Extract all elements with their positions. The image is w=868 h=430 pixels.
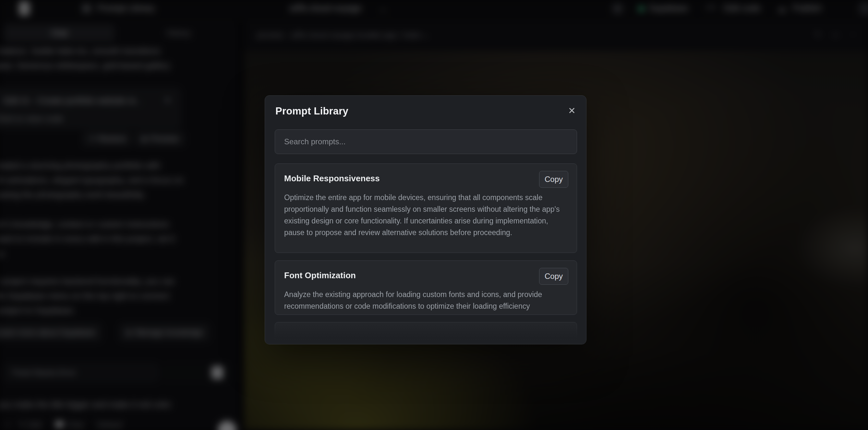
prompt-description: Analyze the existing approach for loadin… [284, 288, 570, 312]
prompt-title: Mobile Responsiveness [284, 174, 380, 184]
prompt-card-font-optimization[interactable]: Font Optimization Copy Analyze the exist… [275, 260, 577, 315]
prompt-card-partial[interactable] [275, 322, 577, 344]
prompt-card-mobile-responsiveness[interactable]: Mobile Responsiveness Copy Optimize the … [275, 163, 577, 253]
modal-title: Prompt Library [275, 105, 348, 117]
prompt-description: Optimize the entire app for mobile devic… [284, 192, 570, 238]
copy-button[interactable]: Copy [539, 171, 568, 188]
close-icon[interactable]: ✕ [565, 104, 578, 117]
app-screen: ▤ Prompt Library arffs-cloud-voyage ⌄ ● … [0, 0, 868, 430]
copy-button[interactable]: Copy [539, 268, 568, 285]
search-input[interactable] [275, 129, 577, 154]
prompt-title: Font Optimization [284, 271, 356, 280]
prompt-library-modal: Prompt Library ✕ Mobile Responsiveness C… [265, 95, 586, 344]
